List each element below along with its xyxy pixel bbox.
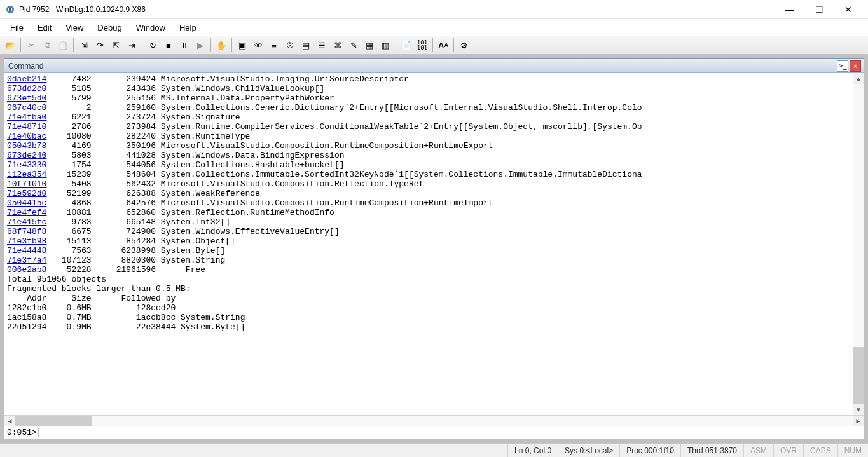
registers-window-icon[interactable]: ® bbox=[282, 38, 298, 53]
workspace: Command >_ × 0daeb214 7482 239424 Micros… bbox=[0, 55, 868, 443]
processes-window-icon[interactable]: ▦ bbox=[362, 38, 377, 53]
address-link[interactable]: 71e415fc bbox=[7, 217, 46, 227]
disasm-window-icon[interactable]: ⌘ bbox=[330, 38, 345, 53]
address-link[interactable]: 006e2ab8 bbox=[7, 265, 46, 275]
scroll-down-icon[interactable]: ▼ bbox=[853, 404, 864, 415]
toolbar: 📂✂⧉📋⇲↷⇱⇥↻■⏸▶✋▣👁≡®▤☰⌘✎▦▥📄101101AA⚙ bbox=[0, 36, 868, 55]
address-link[interactable]: 71e3f7a4 bbox=[7, 256, 46, 265]
toolbar-separator bbox=[73, 38, 74, 52]
toolbar-separator bbox=[231, 38, 232, 52]
font-icon[interactable]: AA bbox=[436, 38, 451, 53]
menu-debug[interactable]: Debug bbox=[91, 21, 128, 34]
window-controls: — ☐ ✕ bbox=[775, 0, 863, 19]
minimize-button[interactable]: — bbox=[775, 0, 804, 19]
address-link[interactable]: 71e4fef4 bbox=[7, 208, 46, 217]
window-title: Pid 7952 - WinDbg:10.0.10240.9 X86 bbox=[19, 5, 146, 14]
address-link[interactable]: 71e48710 bbox=[7, 122, 46, 132]
address-link[interactable]: 067c40c0 bbox=[7, 103, 46, 113]
output-area: 0daeb214 7482 239424 Microsoft.VisualStu… bbox=[4, 73, 864, 415]
watch-window-icon[interactable]: 👁 bbox=[251, 38, 266, 53]
address-link[interactable]: 05043b78 bbox=[7, 141, 46, 151]
command-window-icon[interactable]: ▣ bbox=[235, 38, 250, 53]
address-link[interactable]: 71e40bac bbox=[7, 132, 46, 141]
scratch-window-icon[interactable]: ✎ bbox=[346, 38, 361, 53]
menu-file[interactable]: File bbox=[4, 21, 30, 34]
options-icon[interactable]: ⚙ bbox=[457, 38, 472, 53]
scroll-up-icon[interactable]: ▲ bbox=[853, 73, 864, 84]
break-icon[interactable]: ⏸ bbox=[177, 38, 192, 53]
title-bar: Pid 7952 - WinDbg:10.0.10240.9 X86 — ☐ ✕ bbox=[0, 0, 868, 19]
vertical-scrollbar[interactable]: ▲ ▼ bbox=[853, 73, 864, 415]
toolbar-separator bbox=[396, 38, 396, 52]
address-link[interactable]: 71e4fba0 bbox=[7, 113, 46, 122]
menu-bar: FileEditViewDebugWindowHelp bbox=[0, 19, 868, 36]
go-icon: ▶ bbox=[193, 38, 208, 53]
status-thrd[interactable]: Thrd 051:3870 bbox=[680, 444, 743, 457]
address-link[interactable]: 10f71010 bbox=[7, 179, 46, 189]
status-proc[interactable]: Proc 000:1f10 bbox=[619, 444, 680, 457]
cut-icon: ✂ bbox=[24, 38, 39, 53]
address-link[interactable]: 112ea354 bbox=[7, 170, 46, 179]
open-icon[interactable]: 📂 bbox=[3, 38, 18, 53]
callstack-window-icon[interactable]: ☰ bbox=[314, 38, 329, 53]
toolbar-separator bbox=[20, 38, 21, 52]
status-ovr: OVR bbox=[773, 444, 803, 457]
memory-window-icon[interactable]: ▤ bbox=[298, 38, 313, 53]
scroll-right-icon[interactable]: ► bbox=[853, 416, 864, 426]
svg-rect-2 bbox=[9, 8, 11, 11]
other-window-icon[interactable]: ▥ bbox=[378, 38, 393, 53]
menu-window[interactable]: Window bbox=[130, 21, 172, 34]
menu-help[interactable]: Help bbox=[173, 21, 203, 34]
status-caps: CAPS bbox=[803, 444, 837, 457]
stop-icon[interactable]: ■ bbox=[161, 38, 176, 53]
menu-edit[interactable]: Edit bbox=[31, 21, 58, 34]
address-link[interactable]: 673dd2c0 bbox=[7, 84, 46, 93]
step-out-icon[interactable]: ⇱ bbox=[108, 38, 123, 53]
step-into-icon[interactable]: ⇲ bbox=[76, 38, 92, 53]
hscroll-thumb[interactable] bbox=[15, 416, 92, 426]
command-input[interactable] bbox=[39, 426, 864, 439]
status-sys[interactable]: Sys 0:<Local> bbox=[558, 444, 619, 457]
menu-view[interactable]: View bbox=[59, 21, 90, 34]
command-panel: Command >_ × 0daeb214 7482 239424 Micros… bbox=[4, 58, 864, 439]
panel-title: Command bbox=[7, 62, 836, 71]
step-over-icon[interactable]: ↷ bbox=[92, 38, 107, 53]
address-link[interactable]: 0daeb214 bbox=[7, 74, 46, 84]
output-text[interactable]: 0daeb214 7482 239424 Microsoft.VisualStu… bbox=[4, 73, 864, 333]
horizontal-scrollbar[interactable]: ◄ ► bbox=[4, 415, 864, 426]
locals-window-icon[interactable]: ≡ bbox=[266, 38, 282, 53]
panel-close-button[interactable]: × bbox=[850, 60, 861, 72]
toolbar-separator bbox=[210, 38, 211, 52]
binary-view-icon[interactable]: 101101 bbox=[415, 38, 430, 53]
maximize-button[interactable]: ☐ bbox=[804, 0, 834, 19]
command-line: 0:051> bbox=[4, 426, 864, 439]
address-link[interactable]: 71e592d0 bbox=[7, 189, 46, 198]
app-icon bbox=[5, 4, 15, 15]
address-link[interactable]: 68f748f8 bbox=[7, 227, 46, 236]
scroll-thumb[interactable] bbox=[853, 347, 864, 404]
address-link[interactable]: 71e3fb98 bbox=[7, 236, 46, 246]
address-link[interactable]: 673ef5d0 bbox=[7, 93, 46, 103]
toolbar-separator bbox=[432, 38, 433, 52]
logs-icon[interactable]: 📄 bbox=[399, 38, 414, 53]
run-to-cursor-icon[interactable]: ⇥ bbox=[124, 38, 139, 53]
status-ln-col: Ln 0, Col 0 bbox=[507, 444, 558, 457]
status-num: NUM bbox=[837, 444, 868, 457]
toolbar-separator bbox=[142, 38, 142, 52]
paste-icon: 📋 bbox=[55, 38, 71, 53]
command-prompt: 0:051> bbox=[4, 428, 39, 437]
address-link[interactable]: 71e43330 bbox=[7, 160, 46, 170]
status-asm: ASM bbox=[743, 444, 773, 457]
toolbar-separator bbox=[453, 38, 454, 52]
panel-header: Command >_ × bbox=[4, 59, 864, 73]
status-bar: Ln 0, Col 0 Sys 0:<Local> Proc 000:1f10 … bbox=[0, 443, 868, 457]
scroll-left-icon[interactable]: ◄ bbox=[4, 416, 15, 426]
address-link[interactable]: 71e44448 bbox=[7, 246, 46, 256]
restart-icon[interactable]: ↻ bbox=[145, 38, 160, 53]
copy-icon: ⧉ bbox=[39, 38, 55, 53]
panel-prompt-icon[interactable]: >_ bbox=[837, 60, 848, 72]
hand-icon[interactable]: ✋ bbox=[214, 38, 229, 53]
address-link[interactable]: 673de240 bbox=[7, 151, 46, 160]
close-button[interactable]: ✕ bbox=[834, 0, 863, 19]
address-link[interactable]: 0504415c bbox=[7, 198, 46, 208]
